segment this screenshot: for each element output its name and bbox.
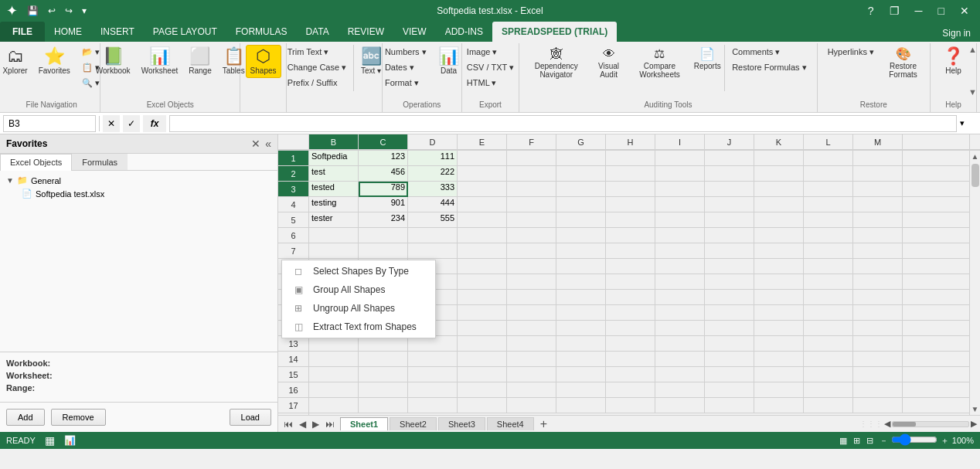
zoom-range[interactable] <box>891 433 937 446</box>
cell-D5[interactable]: 555 <box>408 212 458 228</box>
cell-G2[interactable] <box>556 166 606 182</box>
hyperlinks-btn[interactable]: Hyperlinks ▾ <box>822 45 880 59</box>
favorites-btn[interactable]: ⭐ Favorites <box>34 45 75 78</box>
help-btn[interactable]: ? <box>863 3 879 19</box>
formula-cancel-btn[interactable]: ✕ <box>103 115 120 132</box>
cell-E4[interactable] <box>458 197 507 212</box>
comments-btn[interactable]: Comments ▾ <box>726 45 812 59</box>
tab-data[interactable]: DATA <box>296 22 338 42</box>
tab-formulas[interactable]: FORMULAS <box>226 22 297 42</box>
dropdown-item-ungroup-shapes[interactable]: ⊞ Ungroup All Shapes <box>282 299 435 318</box>
cell-E5[interactable] <box>458 212 507 228</box>
cell-D3[interactable]: 333 <box>408 182 458 197</box>
row-header-6[interactable]: 6 <box>278 228 308 243</box>
load-btn[interactable]: Load <box>230 409 271 426</box>
help-ribbon-btn[interactable]: ❓ Help <box>937 45 968 78</box>
tree-item-file[interactable]: 📄 Softpedia test.xlsx <box>3 187 274 200</box>
cell-C4[interactable]: 901 <box>359 197 408 212</box>
cell-B4[interactable]: testing <box>309 197 359 212</box>
tab-review[interactable]: REVIEW <box>339 22 393 42</box>
cell-J5[interactable] <box>705 212 754 228</box>
tab-page-layout[interactable]: PAGE LAYOUT <box>144 22 226 42</box>
cell-M5[interactable] <box>853 212 903 228</box>
row-header-5[interactable]: 5 <box>278 212 308 228</box>
col-header-G[interactable]: G <box>556 134 606 150</box>
cell-C2[interactable]: 456 <box>359 166 408 182</box>
trim-text-btn[interactable]: Trim Text ▾ <box>282 45 352 59</box>
sheet-tab-sheet4[interactable]: Sheet4 <box>487 417 534 430</box>
row-header-1[interactable]: 1 <box>278 151 308 166</box>
view-layout-icon[interactable]: ⊞ <box>853 436 860 446</box>
sheet-nav-next[interactable]: ▶ <box>310 418 322 430</box>
row-header-16[interactable]: 16 <box>278 382 308 398</box>
cell-I4[interactable] <box>655 197 705 212</box>
row-header-7[interactable]: 7 <box>278 243 308 259</box>
formula-confirm-btn[interactable]: ✓ <box>123 115 140 132</box>
cell-J1[interactable] <box>705 151 754 166</box>
cell-L4[interactable] <box>804 197 853 212</box>
undo-btn[interactable]: ↩ <box>45 4 59 18</box>
cell-H1[interactable] <box>606 151 655 166</box>
scroll-left-btn[interactable]: ◀ <box>884 419 890 429</box>
cell-G3[interactable] <box>556 182 606 197</box>
zoom-slider[interactable] <box>891 433 937 447</box>
cell-F3[interactable] <box>507 182 556 197</box>
cell-K5[interactable] <box>754 212 804 228</box>
formula-expand-btn[interactable]: ▾ <box>960 118 977 128</box>
dropdown-item-extract-text[interactable]: ◫ Extract Text from Shapes <box>282 318 435 336</box>
prefix-suffix-btn[interactable]: Prefix / Suffix <box>282 76 352 90</box>
col-header-H[interactable]: H <box>606 134 655 150</box>
col-header-K[interactable]: K <box>754 134 804 150</box>
sheet-nav-last[interactable]: ⏭ <box>323 418 337 430</box>
cell-E2[interactable] <box>458 166 507 182</box>
html-btn[interactable]: HTML ▾ <box>461 76 519 90</box>
scroll-right-btn[interactable]: ▶ <box>971 419 977 429</box>
xplorer-btn[interactable]: 🗂 Xplorer <box>0 45 32 78</box>
cell-M1[interactable] <box>853 151 903 166</box>
dependency-navigator-btn[interactable]: 🕸 Dependency Navigator <box>524 45 588 82</box>
cell-G1[interactable] <box>556 151 606 166</box>
cell-H3[interactable] <box>606 182 655 197</box>
sidebar-tab-excel-objects[interactable]: Excel Objects <box>0 154 72 171</box>
cell-M2[interactable] <box>853 166 903 182</box>
close-btn[interactable]: ✕ <box>955 3 974 19</box>
cell-L2[interactable] <box>804 166 853 182</box>
page-layout-icon[interactable]: ▦ <box>45 434 55 447</box>
csv-txt-btn[interactable]: CSV / TXT ▾ <box>461 60 519 75</box>
range-btn[interactable]: ⬜ Range <box>184 45 216 78</box>
sign-in-btn[interactable]: Sign in <box>933 25 980 42</box>
remove-btn[interactable]: Remove <box>51 409 106 426</box>
ribbon-scroll-down[interactable]: ▼ <box>968 87 977 97</box>
vertical-scrollbar[interactable]: ▲ ▼ <box>969 151 980 415</box>
reports-btn[interactable]: 📄 Reports <box>692 45 723 73</box>
cell-C3[interactable]: 789 <box>359 182 408 197</box>
tab-spreadspeed[interactable]: SPREADSPEED (TRIAL) <box>492 22 617 42</box>
change-case-btn[interactable]: Change Case ▾ <box>282 60 352 75</box>
row-header-17[interactable]: 17 <box>278 398 308 413</box>
sheet-tab-sheet2[interactable]: Sheet2 <box>390 417 437 430</box>
restore-formats-btn[interactable]: 🎨 Restore Formats <box>881 45 925 82</box>
tab-add-ins[interactable]: ADD-INS <box>436 22 492 42</box>
shapes-btn[interactable]: ⬡ Shapes <box>246 45 281 78</box>
cell-F4[interactable] <box>507 197 556 212</box>
cell-G5[interactable] <box>556 212 606 228</box>
cell-L1[interactable] <box>804 151 853 166</box>
cell-J4[interactable] <box>705 197 754 212</box>
data-btn[interactable]: 📊 Data <box>434 45 464 78</box>
formula-input[interactable] <box>169 115 957 132</box>
cell-B3[interactable]: tested <box>309 182 359 197</box>
format-btn[interactable]: Format ▾ <box>379 76 432 90</box>
ribbon-scroll-up[interactable]: ▲ <box>968 45 977 54</box>
scroll-up-btn[interactable]: ▲ <box>970 151 980 162</box>
col-header-E[interactable]: E <box>458 134 507 150</box>
cell-I1[interactable] <box>655 151 705 166</box>
workbook-btn[interactable]: 📗 Workbook <box>91 45 135 78</box>
sidebar-tab-formulas[interactable]: Formulas <box>72 154 128 170</box>
col-header-F[interactable]: F <box>507 134 556 150</box>
restore-down-btn[interactable]: ❐ <box>885 3 904 19</box>
cell-C5[interactable]: 234 <box>359 212 408 228</box>
cell-M4[interactable] <box>853 197 903 212</box>
numbers-btn[interactable]: Numbers ▾ <box>379 45 432 59</box>
cell-G4[interactable] <box>556 197 606 212</box>
cell-E3[interactable] <box>458 182 507 197</box>
